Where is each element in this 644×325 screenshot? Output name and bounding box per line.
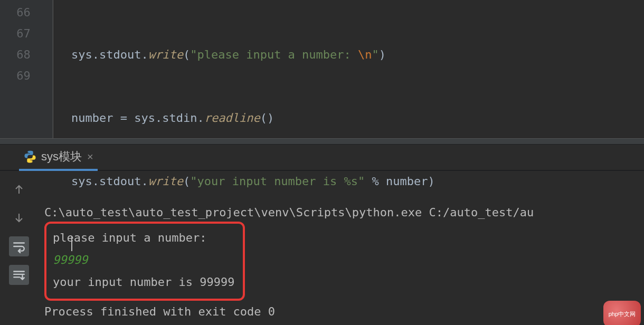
output-user-input: 99999 <box>53 249 234 271</box>
watermark-label: php中文网 <box>603 301 641 325</box>
console-tabs: sys模块 × <box>0 145 644 171</box>
code-line[interactable]: sys.stdout.write("please input a number:… <box>71 44 435 65</box>
watermark: php中文网 <box>603 307 641 321</box>
line-number: 66 <box>0 2 52 23</box>
code-content[interactable]: sys.stdout.write("please input a number:… <box>53 0 435 138</box>
scroll-to-end-icon[interactable] <box>9 265 29 285</box>
tab-sys-module[interactable]: sys模块 × <box>19 145 98 171</box>
arrow-down-icon[interactable] <box>9 208 29 228</box>
line-gutter: 66 67 68 69 <box>0 0 53 138</box>
output-highlight: please input a number:99999your input nu… <box>44 222 245 301</box>
tab-label: sys模块 <box>41 149 82 165</box>
console-toolbar <box>0 171 38 325</box>
soft-wrap-icon[interactable] <box>9 236 29 256</box>
run-console: sys模块 × C:\auto_test\auto_test_project\v… <box>0 145 644 325</box>
code-editor[interactable]: 66 67 68 69 sys.stdout.write("please inp… <box>0 0 644 138</box>
output-prompt: please input a number: <box>53 227 234 249</box>
line-number: 68 <box>0 44 52 65</box>
arrow-up-icon[interactable] <box>9 179 29 199</box>
line-number: 69 <box>0 65 52 87</box>
python-icon <box>23 150 37 164</box>
line-number: 67 <box>0 23 52 44</box>
console-output[interactable]: C:\auto_test\auto_test_project\venv\Scri… <box>38 171 644 325</box>
output-command: C:\auto_test\auto_test_project\venv\Scri… <box>44 202 638 224</box>
code-line[interactable]: number = sys.stdin.readline() <box>71 108 435 129</box>
close-icon[interactable]: × <box>87 151 93 163</box>
output-finished: Process finished with exit code 0 <box>44 301 638 323</box>
output-result: your input number is 99999 <box>53 271 234 293</box>
